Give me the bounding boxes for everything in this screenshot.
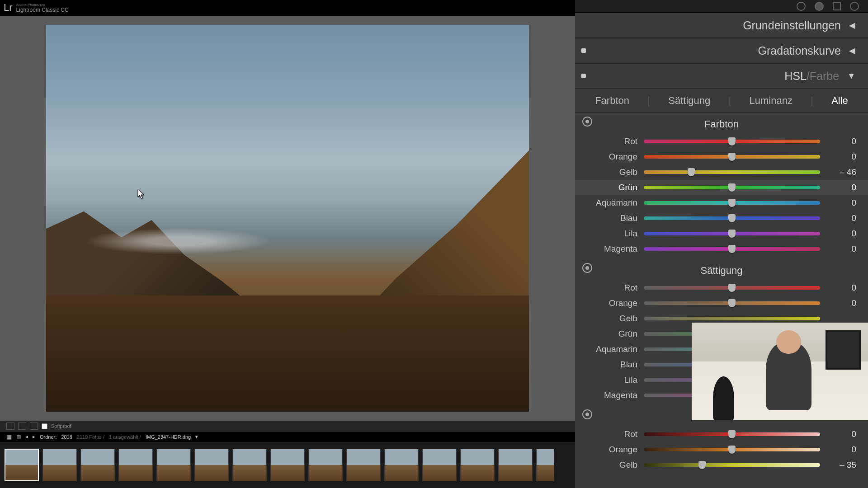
targeted-adjust-icon[interactable] — [582, 409, 592, 419]
slider-handle[interactable] — [728, 137, 736, 145]
slider-track[interactable] — [644, 432, 820, 436]
view-survey-icon[interactable] — [30, 422, 38, 430]
panel-toggle[interactable] — [581, 48, 586, 53]
thumbnail[interactable] — [118, 449, 153, 481]
slider-handle[interactable] — [728, 284, 736, 292]
tool-icon[interactable] — [797, 2, 806, 11]
folder-label: Ordner: — [40, 434, 57, 440]
slider-value[interactable]: 0 — [826, 136, 856, 146]
panel-hsl[interactable]: HSL/Farbe ▼ — [575, 63, 868, 89]
targeted-adjust-icon[interactable] — [582, 263, 592, 273]
current-filename[interactable]: IMG_2347-HDR.dng — [146, 434, 191, 440]
slider-value[interactable]: 0 — [826, 229, 856, 239]
slider-sat-red: Rot0 — [587, 280, 856, 296]
thumbnail[interactable] — [156, 449, 191, 481]
tool-icon[interactable] — [815, 2, 824, 11]
slider-value[interactable]: 0 — [826, 183, 856, 192]
slider-track[interactable] — [644, 463, 820, 467]
folder-year[interactable]: 2018 — [61, 434, 72, 440]
slider-track[interactable] — [644, 170, 820, 174]
thumbnail[interactable] — [536, 449, 554, 481]
dropdown-icon[interactable]: ▾ — [195, 434, 198, 440]
view-mode-icon[interactable] — [6, 422, 14, 430]
collapse-left-icon[interactable]: ◀ — [849, 20, 855, 30]
thumbnail[interactable] — [308, 449, 343, 481]
slider-value[interactable]: – 35 — [826, 460, 856, 470]
grid-icon[interactable]: ▦ — [6, 433, 12, 440]
slider-value[interactable]: 0 — [826, 213, 856, 223]
slider-track[interactable] — [644, 317, 820, 320]
filter-icon[interactable]: ▤ — [16, 434, 21, 440]
slider-handle[interactable] — [728, 230, 736, 238]
slider-track[interactable] — [644, 140, 820, 143]
thumbnail[interactable] — [5, 449, 39, 481]
tab-luminance[interactable]: Luminanz — [746, 93, 796, 108]
slider-handle[interactable] — [728, 446, 736, 454]
slider-handle[interactable] — [688, 168, 695, 176]
view-compare-icon[interactable] — [18, 422, 26, 430]
slider-value[interactable]: 0 — [826, 198, 856, 208]
slider-handle[interactable] — [698, 461, 706, 469]
tab-all[interactable]: Alle — [828, 93, 852, 108]
panel-basic[interactable]: Grundeinstellungen ◀ — [575, 13, 868, 38]
thumbnail[interactable] — [460, 449, 495, 481]
thumbnail[interactable] — [270, 449, 305, 481]
slider-handle[interactable] — [728, 183, 736, 192]
tool-icon[interactable] — [850, 2, 859, 11]
collapse-left-icon[interactable]: ◀ — [849, 46, 855, 56]
tool-icon[interactable] — [833, 2, 841, 10]
slider-label: Gelb — [587, 460, 637, 470]
slider-handle[interactable] — [728, 153, 736, 161]
slider-handle[interactable] — [728, 299, 736, 307]
slider-value[interactable]: 0 — [826, 152, 856, 162]
targeted-adjust-icon[interactable] — [582, 117, 592, 127]
nav-fwd-icon[interactable]: ▸ — [33, 434, 35, 440]
hue-section-title: Farbton — [587, 118, 856, 130]
slider-label: Aquamarin — [587, 198, 637, 208]
develop-panel: Grundeinstellungen ◀ Gradationskurve ◀ H… — [575, 0, 868, 488]
slider-track[interactable] — [644, 232, 820, 235]
thumbnail[interactable] — [194, 449, 229, 481]
slider-value[interactable]: 0 — [826, 445, 856, 455]
webcam-overlay — [692, 323, 868, 420]
nav-back-icon[interactable]: ◂ — [25, 434, 28, 440]
softproof-checkbox[interactable] — [42, 423, 47, 429]
filmstrip[interactable] — [0, 441, 575, 488]
preview-toolbar: Softproof — [0, 421, 575, 432]
main-image[interactable] — [46, 25, 529, 412]
slider-handle[interactable] — [728, 199, 736, 207]
slider-handle[interactable] — [728, 245, 736, 253]
slider-track[interactable] — [644, 448, 820, 451]
tab-hue[interactable]: Farbton — [591, 93, 633, 108]
slider-handle[interactable] — [728, 214, 736, 222]
thumbnail[interactable] — [498, 449, 533, 481]
slider-track[interactable] — [644, 301, 820, 305]
slider-track[interactable] — [644, 201, 820, 205]
thumbnail[interactable] — [232, 449, 267, 481]
slider-value[interactable]: 0 — [826, 244, 856, 254]
slider-track[interactable] — [644, 286, 820, 290]
slider-handle[interactable] — [728, 430, 736, 438]
thumbnail[interactable] — [346, 449, 381, 481]
slider-value[interactable]: 0 — [826, 298, 856, 308]
slider-track[interactable] — [644, 216, 820, 220]
expand-down-icon[interactable]: ▼ — [847, 71, 855, 81]
thumbnail[interactable] — [80, 449, 115, 481]
slider-hue-purple: Lila0 — [587, 226, 856, 241]
thumbnail[interactable] — [42, 449, 77, 481]
hsl-label: HSL — [784, 70, 807, 82]
slider-label: Orange — [587, 152, 637, 162]
slider-track[interactable] — [644, 247, 820, 251]
image-preview-area[interactable] — [0, 16, 575, 421]
thumbnail[interactable] — [422, 449, 457, 481]
panel-tonecurve[interactable]: Gradationskurve ◀ — [575, 38, 868, 63]
slider-track[interactable] — [644, 155, 820, 159]
slider-value[interactable]: 0 — [826, 429, 856, 439]
slider-track[interactable] — [644, 186, 820, 189]
slider-value[interactable]: – 46 — [826, 167, 856, 177]
panel-toggle[interactable] — [581, 74, 586, 78]
thumbnail[interactable] — [384, 449, 419, 481]
slider-value[interactable]: 0 — [826, 283, 856, 293]
tab-saturation[interactable]: Sättigung — [665, 93, 714, 108]
slider-label: Rot — [587, 136, 637, 146]
